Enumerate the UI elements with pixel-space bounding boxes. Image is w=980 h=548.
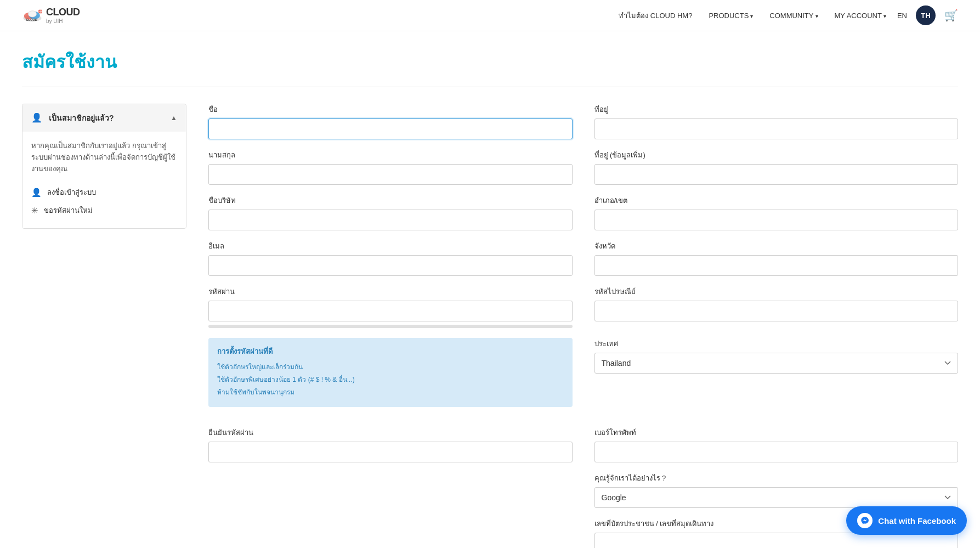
howknow-label: คุณรู้จักเราได้อย่างไร ? xyxy=(594,472,959,484)
forgot-link-label: ขอรหัสผ่านใหม่ xyxy=(44,205,93,216)
form-row-6: การตั้งรหัสผ่านที่ดี ใช้ตัวอักษรใหญ่และเ… xyxy=(208,338,958,417)
facebook-icon xyxy=(857,513,873,528)
page-divider xyxy=(22,87,958,87)
form-row-4: อีเมล จังหวัด xyxy=(208,240,958,276)
form-row-9: เลขที่บัตรประชาชน / เลขที่สมุดเดินทาง xyxy=(208,518,958,548)
address1-input[interactable] xyxy=(594,118,959,139)
email-group: อีเมล xyxy=(208,240,573,276)
cart-icon[interactable]: 🛒 xyxy=(944,9,958,22)
lastname-group: นามสกุล xyxy=(208,149,573,185)
confirm-password-group: ยืนยันรหัสผ่าน xyxy=(208,427,573,462)
confirm-password-input[interactable] xyxy=(208,442,573,462)
password-hint-title: การตั้งรหัสผ่านที่ดี xyxy=(217,346,564,357)
confirm-password-label: ยืนยันรหัสผ่าน xyxy=(208,427,573,438)
lastname-label: นามสกุล xyxy=(208,149,573,161)
firstname-label: ชื่อ xyxy=(208,104,573,115)
nav-link-community[interactable]: COMMUNITY▾ xyxy=(769,12,818,20)
sidebar-chevron-icon: ▲ xyxy=(171,114,177,122)
phone-input[interactable] xyxy=(594,442,959,462)
main-layout: 👤 เป็นสมาชิกอยู่แล้ว? ▲ หากคุณเป็นสมาชิก… xyxy=(22,104,958,548)
form-row-3: ชื่อบริษัท อำเภอ/เขต xyxy=(208,195,958,230)
sidebar: 👤 เป็นสมาชิกอยู่แล้ว? ▲ หากคุณเป็นสมาชิก… xyxy=(22,104,186,229)
address2-group: ที่อยู่ (ข้อมูลเพิ่ม) xyxy=(594,149,959,185)
country-group: ประเทศ Thailand xyxy=(594,338,959,417)
cloud-logo-icon: CLOUD HM xyxy=(22,8,43,23)
chat-with-facebook-button[interactable]: Chat with Facebook xyxy=(846,506,967,535)
company-label: ชื่อบริษัท xyxy=(208,195,573,206)
password-label: รหัสผ่าน xyxy=(208,286,573,297)
howknow-select[interactable]: Google xyxy=(594,487,959,508)
district-input[interactable] xyxy=(594,210,959,230)
password-hint-box: การตั้งรหัสผ่านที่ดี ใช้ตัวอักษรใหญ่และเ… xyxy=(208,338,573,407)
district-group: อำเภอ/เขต xyxy=(594,195,959,230)
page-content: สมัครใช้งาน 👤 เป็นสมาชิกอยู่แล้ว? ▲ หากค… xyxy=(0,31,980,548)
firstname-input[interactable] xyxy=(208,118,573,139)
login-link[interactable]: 👤 ลงชื่อเข้าสู่ระบบ xyxy=(31,183,177,201)
navbar: CLOUD HM CLOUD by UIH ทำไมต้อง CLOUD HM?… xyxy=(0,0,980,31)
country-label: ประเทศ xyxy=(594,338,959,349)
logo-text: CLOUD xyxy=(46,7,80,18)
password-input[interactable] xyxy=(208,301,573,321)
country-select[interactable]: Thailand xyxy=(594,353,959,374)
postcode-input[interactable] xyxy=(594,301,959,321)
forgot-icon: ✳ xyxy=(31,206,38,216)
postcode-group: รหัสไปรษณีย์ xyxy=(594,286,959,328)
password-hint-item-3: ห้ามใช้ชัพกับในพจนานุกรม xyxy=(217,387,564,397)
registration-form: ชื่อ ที่อยู่ นามสกุล ที่อยู่ (ข้อมูลเพิ่… xyxy=(208,104,958,548)
chat-button-label: Chat with Facebook xyxy=(878,516,956,526)
svg-text:CLOUD: CLOUD xyxy=(26,18,37,21)
password-hint-item-2: ใช้ตัวอักษรพิเศษอย่างน้อย 1 ตัว (# $ ! %… xyxy=(217,374,564,385)
form-row-5: รหัสผ่าน รหัสไปรษณีย์ xyxy=(208,286,958,328)
login-link-label: ลงชื่อเข้าสู่ระบบ xyxy=(47,187,96,198)
password-group: รหัสผ่าน xyxy=(208,286,573,328)
lastname-input[interactable] xyxy=(208,164,573,185)
sidebar-header-text: เป็นสมาชิกอยู่แล้ว? xyxy=(49,114,114,122)
province-group: จังหวัด xyxy=(594,240,959,276)
company-group: ชื่อบริษัท xyxy=(208,195,573,230)
form-row-2: นามสกุล ที่อยู่ (ข้อมูลเพิ่ม) xyxy=(208,149,958,185)
svg-point-3 xyxy=(28,11,36,17)
logo-subtitle: by UIH xyxy=(46,18,80,24)
sidebar-body: หากคุณเป็นสมาชิกกับเราอยู่แล้ว กรุณาเข้า… xyxy=(22,132,186,228)
province-label: จังหวัด xyxy=(594,240,959,252)
login-icon: 👤 xyxy=(31,188,42,197)
form-row-7: ยืนยันรหัสผ่าน เบอร์โทรศัพท์ xyxy=(208,427,958,462)
password-strength-bar xyxy=(208,325,573,328)
user-icon: 👤 xyxy=(31,113,42,122)
svg-text:HM: HM xyxy=(39,10,43,13)
form-row-1: ชื่อ ที่อยู่ xyxy=(208,104,958,139)
email-label: อีเมล xyxy=(208,240,573,252)
logo[interactable]: CLOUD HM CLOUD by UIH xyxy=(22,7,80,24)
nav-menu: ทำไมต้อง CLOUD HM? PRODUCTS▾ COMMUNITY▾ … xyxy=(619,10,886,21)
nav-link-account[interactable]: MY ACCOUNT▾ xyxy=(835,12,886,20)
firstname-group: ชื่อ xyxy=(208,104,573,139)
spacer-group xyxy=(208,472,573,508)
address1-group: ที่อยู่ xyxy=(594,104,959,139)
phone-label: เบอร์โทรศัพท์ xyxy=(594,427,959,438)
user-avatar[interactable]: TH xyxy=(916,5,936,25)
howknow-group: คุณรู้จักเราได้อย่างไร ? Google xyxy=(594,472,959,508)
province-input[interactable] xyxy=(594,255,959,276)
spacer-group-2 xyxy=(208,518,573,548)
nav-link-products[interactable]: PRODUCTS▾ xyxy=(709,12,753,20)
form-row-8: คุณรู้จักเราได้อย่างไร ? Google xyxy=(208,472,958,508)
phone-group: เบอร์โทรศัพท์ xyxy=(594,427,959,462)
postcode-label: รหัสไปรษณีย์ xyxy=(594,286,959,297)
password-hint-group: การตั้งรหัสผ่านที่ดี ใช้ตัวอักษรใหญ่และเ… xyxy=(208,338,573,417)
nav-link-why[interactable]: ทำไมต้อง CLOUD HM? xyxy=(619,12,692,20)
address2-label: ที่อยู่ (ข้อมูลเพิ่ม) xyxy=(594,149,959,161)
address1-label: ที่อยู่ xyxy=(594,104,959,115)
district-label: อำเภอ/เขต xyxy=(594,195,959,206)
page-title: สมัครใช้งาน xyxy=(22,48,958,76)
idcard-input[interactable] xyxy=(594,533,959,548)
sidebar-header[interactable]: 👤 เป็นสมาชิกอยู่แล้ว? ▲ xyxy=(22,104,186,132)
email-input[interactable] xyxy=(208,255,573,276)
company-input[interactable] xyxy=(208,210,573,230)
sidebar-description: หากคุณเป็นสมาชิกกับเราอยู่แล้ว กรุณาเข้า… xyxy=(31,140,177,174)
forgot-password-link[interactable]: ✳ ขอรหัสผ่านใหม่ xyxy=(31,201,177,219)
address2-input[interactable] xyxy=(594,164,959,185)
password-hint-item-1: ใช้ตัวอักษรใหญ่และเล็กร่วมกัน xyxy=(217,361,564,372)
language-switcher[interactable]: EN xyxy=(897,12,907,20)
